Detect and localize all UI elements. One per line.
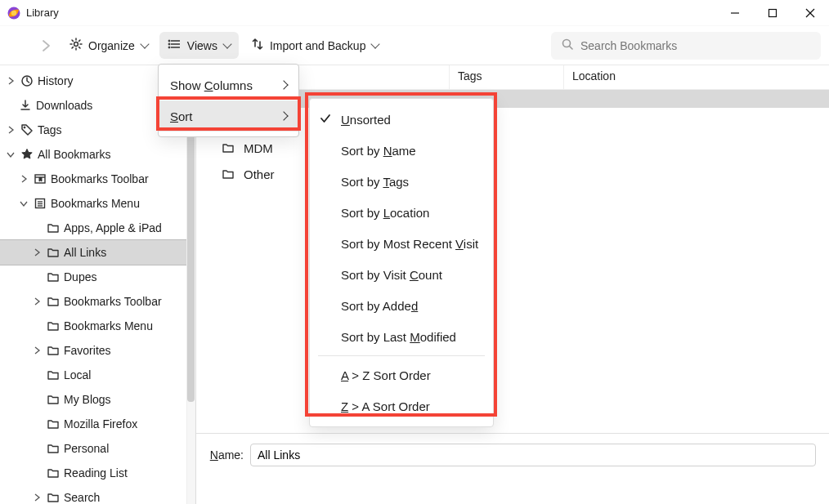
sidebar-label: My Blogs (64, 393, 111, 406)
toolbar: Organize Views Import and Backup (0, 26, 829, 65)
back-button[interactable] (8, 34, 31, 57)
bookmarks-menu-icon (33, 196, 47, 211)
list-item-label: Other (244, 167, 275, 181)
minimize-button[interactable] (716, 0, 754, 26)
import-export-icon (250, 37, 265, 54)
folder-icon (46, 392, 60, 407)
search-box[interactable] (551, 32, 821, 60)
folder-icon (46, 368, 60, 382)
folder-icon (46, 270, 60, 284)
organize-button[interactable]: Organize (60, 32, 156, 59)
close-button[interactable] (791, 0, 829, 26)
sidebar-label: Dupes (64, 270, 96, 283)
search-input[interactable] (580, 39, 811, 52)
sidebar-label: Bookmarks Toolbar (64, 295, 162, 308)
sidebar-label: Bookmarks Menu (64, 319, 153, 332)
sort-by-location[interactable]: Sort by Location (310, 197, 493, 228)
organize-label: Organize (88, 39, 135, 52)
folder-icon (46, 294, 60, 309)
sidebar-item[interactable]: Bookmarks Toolbar (0, 289, 195, 314)
views-button[interactable]: Views (159, 32, 239, 59)
sidebar-label: Bookmarks Menu (51, 197, 140, 210)
bookmarks-toolbar-icon (33, 172, 47, 186)
folder-icon (46, 490, 60, 504)
sort-by-added[interactable]: Sort by Added (310, 290, 493, 321)
tag-icon (20, 123, 34, 137)
sort-unsorted[interactable]: Unsorted (310, 104, 493, 135)
sidebar-label: Tags (38, 123, 62, 136)
sidebar-item[interactable]: Search (0, 485, 195, 504)
sidebar-item-bookmarks-toolbar[interactable]: Bookmarks Toolbar (0, 167, 195, 191)
check-icon (320, 113, 331, 127)
sidebar-label: Local (64, 368, 91, 381)
sidebar-item[interactable]: Local (0, 363, 195, 387)
download-icon (18, 98, 33, 113)
sidebar-item[interactable]: Bookmarks Menu (0, 314, 195, 338)
sort-a-z[interactable]: A > Z Sort Order (310, 359, 493, 390)
sort-submenu: Unsorted Sort by Name Sort by Tags Sort … (309, 98, 494, 427)
sidebar-item[interactable]: Reading List (0, 461, 195, 485)
svg-point-6 (74, 42, 78, 47)
sidebar-item[interactable]: Dupes (0, 265, 195, 289)
list-icon (168, 37, 182, 54)
sidebar-label: Favorites (64, 344, 111, 357)
sidebar-label: All Bookmarks (38, 148, 110, 161)
sidebar-label: Personal (64, 442, 109, 455)
title-bar: Library (0, 0, 829, 26)
svg-point-12 (168, 47, 170, 48)
column-location[interactable]: Location (564, 65, 829, 89)
sidebar-item[interactable]: Mozilla Firefox (0, 412, 195, 436)
chevron-right-icon (279, 80, 288, 89)
svg-point-11 (168, 43, 170, 45)
sidebar-item[interactable]: Favorites (0, 338, 195, 363)
menu-show-columns[interactable]: Show Columns (159, 69, 298, 100)
chevron-right-icon (279, 111, 288, 120)
details-name-label: Name: (209, 448, 244, 462)
folder-icon (221, 167, 235, 181)
sort-by-tags[interactable]: Sort by Tags (310, 166, 493, 197)
sidebar-item[interactable]: Apps, Apple & iPad (0, 216, 195, 240)
svg-rect-3 (769, 9, 777, 16)
sidebar-item-bookmarks-menu[interactable]: Bookmarks Menu (0, 191, 195, 216)
sidebar-label: Search (64, 491, 100, 504)
gear-icon (69, 37, 83, 54)
sort-by-recent-visit[interactable]: Sort by Most Recent Visit (310, 228, 493, 259)
list-item-label: MDM (244, 141, 273, 155)
chevron-down-icon (371, 39, 380, 48)
firefox-logo-icon (7, 6, 21, 20)
sidebar-item[interactable]: All Links (0, 240, 195, 265)
sort-by-name[interactable]: Sort by Name (310, 135, 493, 166)
sort-by-visit-count[interactable]: Sort by Visit Count (310, 259, 493, 290)
sidebar-item[interactable]: Personal (0, 436, 195, 461)
folder-icon (46, 319, 60, 333)
sort-by-last-modified[interactable]: Sort by Last Modified (310, 321, 493, 352)
views-menu: Show Columns Sort (158, 64, 299, 137)
sidebar-label: Apps, Apple & iPad (64, 221, 162, 234)
sidebar-item-all-bookmarks[interactable]: All Bookmarks (0, 142, 195, 167)
svg-point-1 (11, 10, 17, 16)
sidebar-item[interactable]: My Blogs (0, 387, 195, 412)
folder-icon (46, 245, 60, 260)
sidebar-label: Mozilla Firefox (64, 417, 137, 430)
details-name-input[interactable] (250, 444, 816, 466)
sidebar-label: Reading List (64, 466, 128, 479)
views-label: Views (187, 39, 217, 52)
menu-sort[interactable]: Sort (159, 100, 298, 132)
clock-icon (20, 74, 34, 88)
chevron-down-icon (140, 39, 149, 48)
column-tags[interactable]: Tags (450, 65, 564, 89)
folder-icon (46, 466, 60, 480)
star-icon (20, 147, 34, 162)
maximize-button[interactable] (754, 0, 791, 26)
forward-button[interactable] (34, 34, 57, 57)
sidebar-label: History (38, 74, 74, 87)
import-backup-button[interactable]: Import and Backup (242, 32, 388, 59)
svg-point-10 (168, 40, 170, 42)
details-pane: Name: (196, 433, 829, 504)
sort-z-a[interactable]: Z > A Sort Order (310, 390, 493, 421)
svg-point-16 (24, 127, 25, 128)
menu-separator (318, 355, 485, 356)
folder-icon (221, 140, 235, 155)
folder-icon (46, 441, 60, 456)
import-label: Import and Backup (270, 39, 366, 52)
